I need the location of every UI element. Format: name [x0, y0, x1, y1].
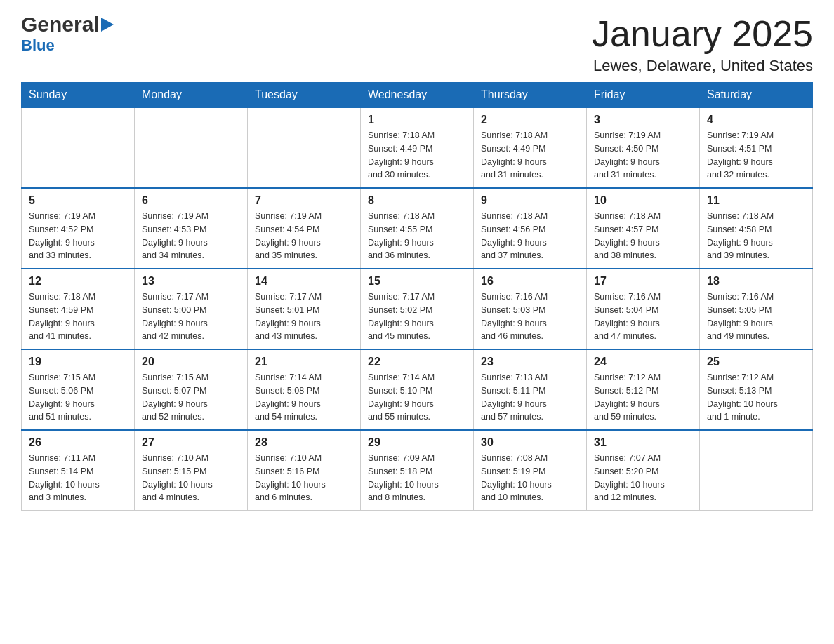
day-info: Sunrise: 7:12 AM Sunset: 5:13 PM Dayligh…: [707, 371, 805, 424]
day-info: Sunrise: 7:15 AM Sunset: 5:07 PM Dayligh…: [142, 371, 240, 424]
day-info: Sunrise: 7:16 AM Sunset: 5:05 PM Dayligh…: [707, 290, 805, 343]
calendar-cell: 31Sunrise: 7:07 AM Sunset: 5:20 PM Dayli…: [587, 430, 700, 511]
calendar-cell: 15Sunrise: 7:17 AM Sunset: 5:02 PM Dayli…: [361, 269, 474, 349]
day-of-week-header: Monday: [135, 83, 248, 108]
day-number: 16: [481, 275, 579, 288]
day-number: 7: [255, 194, 353, 207]
day-info: Sunrise: 7:19 AM Sunset: 4:51 PM Dayligh…: [707, 129, 805, 182]
day-number: 8: [368, 194, 466, 207]
day-info: Sunrise: 7:14 AM Sunset: 5:10 PM Dayligh…: [368, 371, 466, 424]
day-number: 30: [481, 436, 579, 449]
day-info: Sunrise: 7:16 AM Sunset: 5:04 PM Dayligh…: [594, 290, 692, 343]
calendar-cell: 7Sunrise: 7:19 AM Sunset: 4:54 PM Daylig…: [248, 188, 361, 269]
calendar-cell: 27Sunrise: 7:10 AM Sunset: 5:15 PM Dayli…: [135, 430, 248, 511]
day-number: 24: [594, 356, 692, 368]
day-number: 18: [707, 275, 805, 288]
calendar-week-row: 12Sunrise: 7:18 AM Sunset: 4:59 PM Dayli…: [22, 269, 813, 349]
day-info: Sunrise: 7:09 AM Sunset: 5:18 PM Dayligh…: [368, 452, 466, 504]
calendar-cell: [700, 430, 813, 511]
day-info: Sunrise: 7:17 AM Sunset: 5:02 PM Dayligh…: [368, 290, 466, 343]
day-info: Sunrise: 7:19 AM Sunset: 4:52 PM Dayligh…: [29, 210, 127, 262]
day-info: Sunrise: 7:18 AM Sunset: 4:56 PM Dayligh…: [481, 210, 579, 262]
day-number: 29: [368, 436, 466, 449]
day-number: 26: [29, 436, 127, 449]
calendar-cell: 14Sunrise: 7:17 AM Sunset: 5:01 PM Dayli…: [248, 269, 361, 349]
calendar-cell: 16Sunrise: 7:16 AM Sunset: 5:03 PM Dayli…: [474, 269, 587, 349]
calendar-cell: 10Sunrise: 7:18 AM Sunset: 4:57 PM Dayli…: [587, 188, 700, 269]
day-number: 27: [142, 436, 240, 449]
calendar-cell: 5Sunrise: 7:19 AM Sunset: 4:52 PM Daylig…: [22, 188, 135, 269]
day-number: 6: [142, 194, 240, 207]
day-number: 28: [255, 436, 353, 449]
calendar-cell: 25Sunrise: 7:12 AM Sunset: 5:13 PM Dayli…: [700, 349, 813, 430]
calendar-cell: 26Sunrise: 7:11 AM Sunset: 5:14 PM Dayli…: [22, 430, 135, 511]
calendar-cell: [248, 107, 361, 188]
calendar-cell: 3Sunrise: 7:19 AM Sunset: 4:50 PM Daylig…: [587, 107, 700, 188]
day-info: Sunrise: 7:08 AM Sunset: 5:19 PM Dayligh…: [481, 452, 579, 504]
day-number: 15: [368, 275, 466, 288]
day-info: Sunrise: 7:13 AM Sunset: 5:11 PM Dayligh…: [481, 371, 579, 424]
day-number: 4: [707, 114, 805, 126]
calendar-cell: 19Sunrise: 7:15 AM Sunset: 5:06 PM Dayli…: [22, 349, 135, 430]
day-number: 10: [594, 194, 692, 207]
calendar-cell: 4Sunrise: 7:19 AM Sunset: 4:51 PM Daylig…: [700, 107, 813, 188]
calendar-week-row: 19Sunrise: 7:15 AM Sunset: 5:06 PM Dayli…: [22, 349, 813, 430]
day-of-week-header: Sunday: [22, 83, 135, 108]
calendar-cell: 23Sunrise: 7:13 AM Sunset: 5:11 PM Dayli…: [474, 349, 587, 430]
calendar-table: SundayMondayTuesdayWednesdayThursdayFrid…: [21, 82, 813, 511]
calendar-cell: [135, 107, 248, 188]
svg-marker-0: [101, 18, 114, 32]
calendar-cell: 20Sunrise: 7:15 AM Sunset: 5:07 PM Dayli…: [135, 349, 248, 430]
day-of-week-header: Wednesday: [361, 83, 474, 108]
logo-area: General Blue: [21, 14, 114, 55]
day-info: Sunrise: 7:18 AM Sunset: 4:57 PM Dayligh…: [594, 210, 692, 262]
day-info: Sunrise: 7:19 AM Sunset: 4:54 PM Dayligh…: [255, 210, 353, 262]
logo-arrow-icon: [101, 18, 114, 32]
calendar-cell: 6Sunrise: 7:19 AM Sunset: 4:53 PM Daylig…: [135, 188, 248, 269]
day-number: 1: [368, 114, 466, 126]
day-number: 5: [29, 194, 127, 207]
calendar-week-row: 1Sunrise: 7:18 AM Sunset: 4:49 PM Daylig…: [22, 107, 813, 188]
day-number: 19: [29, 356, 127, 368]
day-of-week-header: Saturday: [700, 83, 813, 108]
day-number: 2: [481, 114, 579, 126]
calendar-cell: 9Sunrise: 7:18 AM Sunset: 4:56 PM Daylig…: [474, 188, 587, 269]
day-number: 11: [707, 194, 805, 207]
calendar-week-row: 26Sunrise: 7:11 AM Sunset: 5:14 PM Dayli…: [22, 430, 813, 511]
calendar-cell: 28Sunrise: 7:10 AM Sunset: 5:16 PM Dayli…: [248, 430, 361, 511]
calendar-cell: 13Sunrise: 7:17 AM Sunset: 5:00 PM Dayli…: [135, 269, 248, 349]
day-info: Sunrise: 7:17 AM Sunset: 5:01 PM Dayligh…: [255, 290, 353, 343]
calendar-cell: [22, 107, 135, 188]
day-info: Sunrise: 7:17 AM Sunset: 5:00 PM Dayligh…: [142, 290, 240, 343]
day-number: 23: [481, 356, 579, 368]
day-info: Sunrise: 7:18 AM Sunset: 4:49 PM Dayligh…: [368, 129, 466, 182]
day-info: Sunrise: 7:18 AM Sunset: 4:49 PM Dayligh…: [481, 129, 579, 182]
day-info: Sunrise: 7:10 AM Sunset: 5:16 PM Dayligh…: [255, 452, 353, 504]
day-number: 22: [368, 356, 466, 368]
day-number: 13: [142, 275, 240, 288]
day-info: Sunrise: 7:19 AM Sunset: 4:53 PM Dayligh…: [142, 210, 240, 262]
logo-general: General: [21, 14, 100, 35]
calendar-cell: 11Sunrise: 7:18 AM Sunset: 4:58 PM Dayli…: [700, 188, 813, 269]
day-number: 25: [707, 356, 805, 368]
calendar-cell: 2Sunrise: 7:18 AM Sunset: 4:49 PM Daylig…: [474, 107, 587, 188]
day-number: 31: [594, 436, 692, 449]
calendar-cell: 30Sunrise: 7:08 AM Sunset: 5:19 PM Dayli…: [474, 430, 587, 511]
calendar-cell: 1Sunrise: 7:18 AM Sunset: 4:49 PM Daylig…: [361, 107, 474, 188]
day-number: 20: [142, 356, 240, 368]
day-number: 9: [481, 194, 579, 207]
day-number: 14: [255, 275, 353, 288]
day-info: Sunrise: 7:18 AM Sunset: 4:59 PM Dayligh…: [29, 290, 127, 343]
day-of-week-header: Thursday: [474, 83, 587, 108]
day-info: Sunrise: 7:18 AM Sunset: 4:58 PM Dayligh…: [707, 210, 805, 262]
day-info: Sunrise: 7:10 AM Sunset: 5:15 PM Dayligh…: [142, 452, 240, 504]
title-area: January 2025 Lewes, Delaware, United Sta…: [592, 14, 813, 75]
header: General Blue January 2025 Lewes, Delawar…: [21, 14, 813, 75]
calendar-cell: 12Sunrise: 7:18 AM Sunset: 4:59 PM Dayli…: [22, 269, 135, 349]
calendar-cell: 21Sunrise: 7:14 AM Sunset: 5:08 PM Dayli…: [248, 349, 361, 430]
day-number: 17: [594, 275, 692, 288]
day-number: 3: [594, 114, 692, 126]
day-info: Sunrise: 7:07 AM Sunset: 5:20 PM Dayligh…: [594, 452, 692, 504]
day-info: Sunrise: 7:11 AM Sunset: 5:14 PM Dayligh…: [29, 452, 127, 504]
day-info: Sunrise: 7:14 AM Sunset: 5:08 PM Dayligh…: [255, 371, 353, 424]
